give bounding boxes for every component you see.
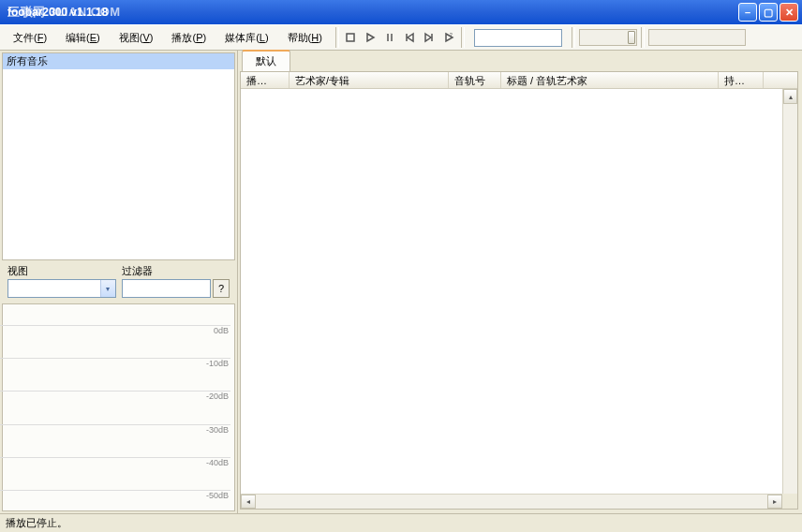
menubar: 文件(F) 编辑(E) 视图(V) 播放(P) 媒体库(L) 帮助(H) (4, 29, 332, 47)
scroll-left-icon[interactable]: ◂ (241, 495, 256, 509)
menu-edit[interactable]: 编辑(E) (56, 29, 110, 47)
horizontal-scrollbar[interactable]: ◂ ▸ (241, 494, 782, 509)
column-headers: 播… 艺术家/专辑 音轨号 标题 / 音轨艺术家 持… (241, 72, 797, 89)
menu-playback[interactable]: 播放(P) (162, 29, 215, 47)
meter-tick: -30dB (0, 424, 230, 435)
col-duration[interactable]: 持… (719, 72, 764, 88)
prev-button[interactable] (402, 30, 418, 46)
close-button[interactable]: ✕ (780, 3, 798, 22)
scroll-corner (782, 494, 797, 509)
play-button[interactable] (363, 30, 379, 46)
minimize-button[interactable]: – (738, 3, 757, 22)
col-artist-album[interactable]: 艺术家/专辑 (290, 72, 449, 88)
titlebar[interactable]: 三联网 3LIAN.COM foobar2000 v1.1.18 – ▢ ✕ (0, 0, 802, 24)
meter-tick: 0dB (0, 325, 230, 335)
vu-meter: 0dB -10dB -20dB -30dB -40dB -50dB (2, 303, 235, 511)
meter-tick: -40dB (0, 457, 230, 467)
vertical-scrollbar[interactable]: ▴ ▾ (782, 89, 797, 509)
random-button[interactable]: ? (441, 30, 457, 46)
col-trackno[interactable]: 音轨号 (449, 72, 501, 88)
scroll-right-icon[interactable]: ▸ (767, 495, 782, 509)
view-label: 视图 (7, 264, 116, 278)
col-title-artist[interactable]: 标题 / 音轨艺术家 (501, 72, 719, 88)
left-pane: 所有音乐 视图 ▾ 过滤器 ? 0dB -10dB -20dB -30dB -4… (0, 51, 238, 513)
maximize-button[interactable]: ▢ (759, 3, 778, 22)
svg-text:?: ? (450, 32, 453, 37)
library-all-music[interactable]: 所有音乐 (3, 53, 234, 69)
col-playing[interactable]: 播… (241, 72, 290, 88)
separator (572, 27, 575, 48)
chevron-down-icon: ▾ (100, 280, 115, 297)
next-button[interactable] (422, 30, 438, 46)
menu-help[interactable]: 帮助(H) (278, 29, 332, 47)
menu-file[interactable]: 文件(F) (4, 29, 56, 47)
filter-input[interactable] (122, 279, 212, 298)
svg-rect-0 (347, 34, 354, 41)
toolbar: 文件(F) 编辑(E) 视图(V) 播放(P) 媒体库(L) 帮助(H) ? (0, 24, 802, 51)
volume-slider[interactable] (579, 29, 637, 46)
filter-label: 过滤器 (122, 264, 230, 278)
menu-library[interactable]: 媒体库(L) (215, 29, 277, 47)
filter-help-button[interactable]: ? (213, 279, 230, 298)
separator (335, 27, 339, 48)
playlist-view[interactable]: 播… 艺术家/专辑 音轨号 标题 / 音轨艺术家 持… ▴ ▾ ◂ ▸ (240, 71, 798, 510)
menu-view[interactable]: 视图(V) (110, 29, 163, 47)
stop-button[interactable] (343, 30, 359, 46)
separator (641, 27, 645, 48)
seek-slider[interactable] (648, 29, 746, 46)
separator (461, 27, 465, 48)
pause-button[interactable] (382, 30, 398, 46)
search-input[interactable] (474, 29, 562, 47)
meter-tick: -10dB (0, 358, 230, 368)
view-combo[interactable]: ▾ (7, 279, 116, 298)
scroll-up-icon[interactable]: ▴ (783, 89, 797, 104)
playlist-tabs: 默认 (238, 51, 802, 71)
right-pane: 默认 播… 艺术家/专辑 音轨号 标题 / 音轨艺术家 持… ▴ ▾ ◂ ▸ (238, 51, 802, 513)
status-bar: 播放已停止。 (0, 513, 802, 532)
meter-tick: -50dB (0, 490, 230, 500)
tab-default[interactable]: 默认 (242, 50, 290, 71)
window-title: foobar2000 v1.1.18 (7, 6, 108, 19)
meter-tick: -20dB (0, 391, 230, 401)
library-tree[interactable]: 所有音乐 (2, 52, 235, 260)
status-text: 播放已停止。 (6, 516, 67, 530)
